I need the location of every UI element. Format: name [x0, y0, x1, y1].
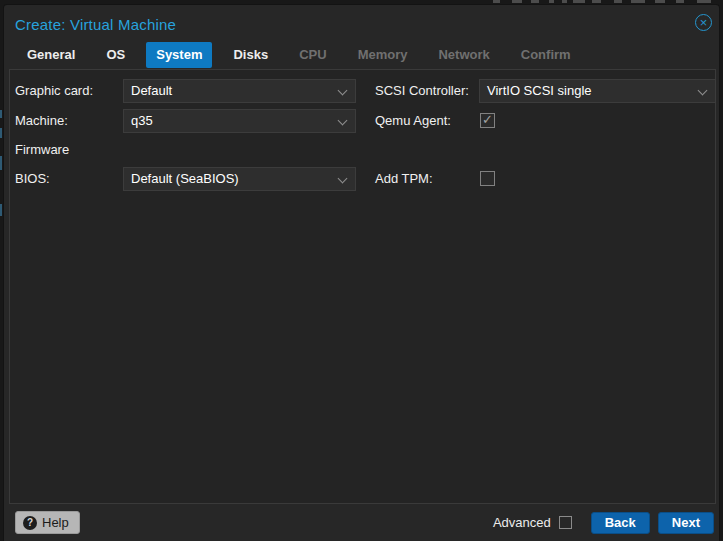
- chevron-down-icon: [698, 86, 708, 96]
- next-button[interactable]: Next: [658, 512, 714, 534]
- tab-general[interactable]: General: [17, 42, 85, 68]
- scsi-controller-select[interactable]: VirtIO SCSI single: [479, 79, 716, 103]
- tab-network: Network: [428, 42, 499, 68]
- close-button[interactable]: ×: [695, 14, 712, 31]
- machine-value: q35: [131, 113, 153, 128]
- tab-cpu: CPU: [289, 42, 336, 68]
- scsi-controller-label: SCSI Controller:: [375, 79, 469, 103]
- tab-os[interactable]: OS: [96, 42, 135, 68]
- advanced-checkbox[interactable]: [559, 516, 572, 529]
- dialog-footer: ? Help Advanced Back Next: [4, 504, 719, 541]
- qemu-agent-checkbox[interactable]: ✓: [480, 113, 495, 128]
- help-icon: ?: [23, 516, 37, 530]
- help-button[interactable]: ? Help: [15, 511, 80, 534]
- tab-system[interactable]: System: [146, 42, 212, 68]
- graphic-card-label: Graphic card:: [15, 79, 93, 103]
- wizard-tabbar: General OS System Disks CPU Memory Netwo…: [17, 42, 709, 68]
- back-button[interactable]: Back: [591, 512, 650, 534]
- advanced-label: Advanced: [493, 515, 551, 530]
- tab-memory: Memory: [348, 42, 418, 68]
- add-tpm-label: Add TPM:: [375, 167, 433, 191]
- bios-select[interactable]: Default (SeaBIOS): [123, 167, 356, 191]
- screen: Create: Virtual Machine × General OS Sys…: [0, 0, 723, 541]
- firmware-section-label: Firmware: [15, 140, 69, 160]
- system-tab-panel: Graphic card: Default Machine: q35 Firmw…: [9, 69, 716, 504]
- tab-confirm: Confirm: [511, 42, 581, 68]
- machine-select[interactable]: q35: [123, 109, 356, 133]
- close-icon: ×: [700, 16, 708, 29]
- bios-label: BIOS:: [15, 167, 50, 191]
- help-button-label: Help: [42, 515, 69, 530]
- graphic-card-select[interactable]: Default: [123, 79, 356, 103]
- create-vm-dialog: Create: Virtual Machine × General OS Sys…: [3, 4, 720, 541]
- check-icon: ✓: [482, 112, 493, 127]
- chevron-down-icon: [338, 116, 348, 126]
- chevron-down-icon: [338, 174, 348, 184]
- machine-label: Machine:: [15, 109, 68, 133]
- add-tpm-checkbox[interactable]: [480, 171, 495, 186]
- graphic-card-value: Default: [131, 83, 172, 98]
- dialog-title: Create: Virtual Machine: [15, 12, 176, 38]
- chevron-down-icon: [338, 86, 348, 96]
- scsi-controller-value: VirtIO SCSI single: [487, 83, 592, 98]
- qemu-agent-label: Qemu Agent:: [375, 109, 451, 133]
- tab-disks[interactable]: Disks: [223, 42, 278, 68]
- bios-value: Default (SeaBIOS): [131, 171, 239, 186]
